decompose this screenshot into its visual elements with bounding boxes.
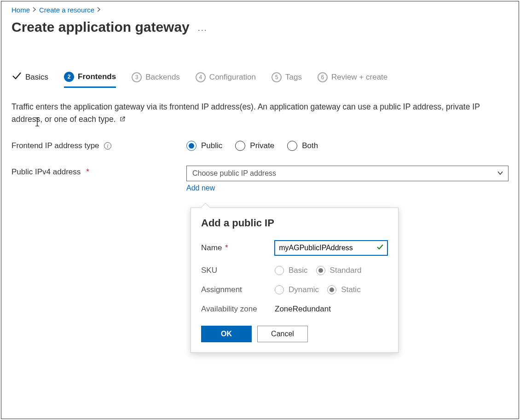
- radio-label: Static: [341, 285, 361, 294]
- radio-private[interactable]: Private: [235, 141, 274, 151]
- required-asterisk-icon: *: [86, 167, 89, 177]
- step-number-badge: 3: [132, 72, 142, 82]
- external-link-icon[interactable]: [119, 114, 126, 126]
- more-actions-icon[interactable]: ···: [198, 25, 208, 35]
- tab-backends[interactable]: 3 Backends: [132, 72, 180, 87]
- required-asterisk-icon: *: [225, 243, 228, 252]
- radio-label: Dynamic: [289, 285, 319, 294]
- frontend-ip-type-label: Frontend IP address type i: [12, 141, 186, 150]
- radio-dot-icon: [275, 266, 284, 275]
- radio-dot-icon: [235, 141, 245, 151]
- radio-label: Basic: [289, 266, 308, 275]
- availability-zone-label: Availability zone: [201, 305, 275, 314]
- tab-label: Backends: [145, 73, 180, 82]
- public-ip-name-input[interactable]: [278, 243, 376, 253]
- breadcrumb-create-resource[interactable]: Create a resource: [39, 6, 94, 14]
- tab-tags[interactable]: 5 Tags: [272, 72, 302, 87]
- radio-label: Standard: [330, 266, 362, 275]
- tab-frontends[interactable]: 2 Frontends: [64, 72, 116, 88]
- info-icon[interactable]: i: [104, 142, 111, 150]
- tab-basics[interactable]: Basics: [12, 71, 48, 88]
- radio-dot-icon: [186, 141, 196, 151]
- availability-zone-value: ZoneRedundant: [275, 305, 331, 314]
- radio-sku-standard: Standard: [316, 266, 362, 275]
- add-new-public-ip-link[interactable]: Add new: [186, 184, 508, 192]
- radio-label: Public: [201, 141, 222, 150]
- chevron-right-icon: [97, 6, 101, 13]
- step-number-badge: 2: [64, 72, 74, 82]
- chevron-down-icon: [497, 170, 503, 178]
- radio-dot-icon: [316, 266, 325, 275]
- step-number-badge: 6: [318, 72, 328, 82]
- page-title: Create application gateway: [12, 19, 190, 35]
- tab-configuration[interactable]: 4 Configuration: [196, 72, 256, 87]
- cancel-button[interactable]: Cancel: [257, 326, 308, 342]
- radio-assignment-dynamic: Dynamic: [275, 285, 319, 294]
- label-text: Name: [201, 243, 222, 252]
- popover-title: Add a public IP: [201, 217, 388, 229]
- radio-dot-icon: [287, 141, 297, 151]
- public-ip-name-label: Name *: [201, 243, 274, 253]
- tab-label: Basics: [25, 73, 48, 82]
- valid-check-icon: [376, 243, 384, 253]
- tab-label: Tags: [285, 73, 302, 82]
- radio-public[interactable]: Public: [186, 141, 222, 151]
- public-ipv4-label: Public IPv4 address*: [12, 166, 186, 177]
- label-text: Public IPv4 address: [12, 167, 81, 177]
- sku-label: SKU: [201, 266, 275, 275]
- radio-label: Both: [302, 141, 318, 150]
- radio-label: Private: [250, 141, 274, 150]
- radio-assignment-static: Static: [327, 285, 361, 294]
- description-text: Traffic enters the application gateway v…: [12, 102, 480, 124]
- radio-dot-icon: [327, 285, 336, 294]
- wizard-tabs: Basics 2 Frontends 3 Backends 4 Configur…: [12, 71, 508, 88]
- tab-label: Configuration: [209, 73, 256, 82]
- radio-both[interactable]: Both: [287, 141, 318, 151]
- check-icon: [12, 71, 22, 83]
- step-number-badge: 4: [196, 72, 206, 82]
- breadcrumb: Home Create a resource: [12, 5, 508, 17]
- frontends-description: Traffic enters the application gateway v…: [12, 101, 495, 126]
- assignment-label: Assignment: [201, 285, 275, 294]
- add-public-ip-popover: Add a public IP Name * SKU Basic: [191, 207, 399, 353]
- radio-dot-icon: [275, 285, 284, 294]
- radio-sku-basic: Basic: [275, 266, 308, 275]
- public-ip-select[interactable]: Choose public IP address: [186, 166, 508, 181]
- chevron-right-icon: [33, 6, 36, 13]
- frontend-ip-type-radio-group: Public Private Both: [186, 141, 318, 151]
- select-placeholder: Choose public IP address: [192, 169, 276, 178]
- breadcrumb-home[interactable]: Home: [12, 6, 30, 14]
- step-number-badge: 5: [272, 72, 282, 82]
- tab-label: Frontends: [78, 72, 116, 81]
- public-ip-name-input-wrapper: [274, 240, 388, 256]
- tab-review-create[interactable]: 6 Review + create: [318, 72, 387, 87]
- ok-button[interactable]: OK: [201, 326, 252, 342]
- label-text: Frontend IP address type: [12, 141, 99, 150]
- tab-label: Review + create: [331, 73, 387, 82]
